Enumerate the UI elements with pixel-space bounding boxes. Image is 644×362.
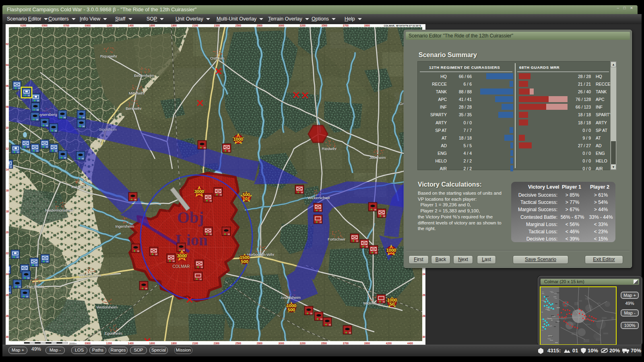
svg-text:Eguisheim: Eguisheim: [105, 331, 122, 335]
svg-text:Andolsheim: Andolsheim: [281, 295, 301, 300]
svg-text:2300: 2300: [214, 24, 220, 27]
svg-text:30: 30: [422, 335, 425, 338]
svg-text:1800: 1800: [171, 342, 177, 345]
svg-text:26: 26: [422, 294, 425, 296]
svg-text:Mittelwihr: Mittelwihr: [129, 91, 145, 95]
svg-text:3000: 3000: [194, 189, 204, 194]
svg-text:H: H: [228, 233, 230, 236]
svg-text:Wickerschwir: Wickerschwir: [308, 195, 330, 200]
svg-text:H: H: [27, 146, 29, 148]
svg-text:3700: 3700: [343, 24, 349, 27]
svg-text:3000: 3000: [177, 253, 187, 258]
svg-text:H: H: [374, 208, 376, 211]
svg-text:0900: 0900: [85, 24, 91, 27]
svg-text:1200: 1200: [107, 24, 113, 27]
svg-text:H: H: [134, 198, 136, 201]
svg-text:1000: 1000: [386, 248, 396, 253]
svg-text:H: H: [210, 233, 212, 236]
svg-text:2800: 2800: [257, 24, 263, 27]
svg-text:H: H: [83, 125, 85, 128]
svg-text:Obj: Obj: [177, 208, 204, 226]
svg-text:4200: 4200: [386, 342, 392, 345]
svg-text:3500: 3500: [322, 24, 328, 27]
svg-text:H: H: [36, 118, 38, 121]
svg-text:2100: 2100: [192, 24, 198, 27]
svg-text:Turckheim: Turckheim: [27, 284, 44, 289]
svg-text:2500: 2500: [235, 24, 242, 27]
svg-text:02: 02: [6, 43, 9, 45]
svg-text:Fortschwir: Fortschwir: [328, 237, 345, 241]
svg-text:H: H: [82, 157, 84, 160]
svg-text:Beblenheim: Beblenheim: [134, 73, 154, 78]
svg-text:10: 10: [6, 126, 9, 129]
svg-text:26: 26: [6, 294, 9, 296]
svg-text:Wintzenheim: Wintzenheim: [79, 273, 101, 278]
svg-text:H: H: [17, 256, 19, 259]
svg-text:H: H: [137, 250, 139, 253]
svg-text:1600: 1600: [149, 24, 155, 27]
svg-text:H: H: [220, 193, 222, 196]
svg-text:0900: 0900: [85, 342, 91, 345]
svg-text:Riquewihr: Riquewihr: [100, 54, 117, 58]
svg-text:H: H: [301, 191, 303, 194]
svg-text:1800: 1800: [171, 24, 177, 27]
svg-text:3700: 3700: [343, 342, 349, 345]
svg-text:H: H: [383, 300, 385, 303]
svg-text:Ostheim: Ostheim: [210, 56, 224, 60]
svg-text:28: 28: [6, 315, 9, 317]
svg-text:1400: 1400: [128, 342, 134, 345]
svg-text:H: H: [83, 116, 85, 119]
svg-text:50: 50: [390, 302, 394, 306]
svg-text:H: H: [8, 291, 10, 294]
svg-text:H: H: [228, 150, 230, 152]
svg-text:H: H: [320, 209, 322, 212]
svg-text:28: 28: [422, 315, 425, 317]
svg-text:H: H: [173, 260, 175, 263]
svg-text:H: H: [17, 151, 19, 154]
svg-text:24: 24: [422, 273, 425, 276]
svg-text:H: H: [55, 150, 57, 152]
svg-text:22: 22: [6, 252, 9, 255]
svg-text:H: H: [19, 286, 21, 288]
svg-text:H: H: [37, 99, 39, 102]
svg-text:Horbourgh-Wihr: Horbourgh-Wihr: [247, 252, 275, 257]
svg-text:H: H: [37, 109, 39, 111]
svg-text:H: H: [383, 215, 385, 218]
svg-text:3900: 3900: [364, 342, 370, 345]
svg-text:COLMAR: COLMAR: [173, 264, 190, 269]
svg-text:04: 04: [6, 64, 9, 66]
svg-text:1000: 1000: [233, 137, 243, 142]
svg-text:Wettolsheim: Wettolsheim: [97, 305, 118, 309]
svg-text:H: H: [28, 94, 30, 97]
svg-text:COLMAR, 48°04'54"N 07°21'20"E: COLMAR, 48°04'54"N 07°21'20"E: [384, 25, 421, 27]
svg-text:H: H: [201, 266, 203, 269]
svg-text:H: H: [36, 150, 38, 152]
svg-text:H: H: [183, 249, 185, 252]
svg-text:2300: 2300: [214, 342, 220, 345]
svg-text:H: H: [46, 124, 48, 127]
svg-text:Katzenthal: Katzenthal: [72, 185, 90, 189]
svg-text:500: 500: [288, 307, 295, 312]
svg-text:2500: 2500: [235, 342, 242, 345]
svg-text:18: 18: [6, 210, 9, 213]
svg-text:500: 500: [241, 259, 248, 264]
svg-text:1200: 1200: [106, 342, 112, 345]
svg-text:H: H: [64, 116, 66, 119]
svg-text:3900: 3900: [364, 24, 370, 27]
svg-text:H: H: [27, 277, 29, 280]
svg-text:30: 30: [6, 335, 9, 338]
svg-text:H: H: [366, 245, 368, 248]
svg-text:Riedwihr: Riedwihr: [322, 146, 337, 151]
svg-text:Bennwihr: Bennwihr: [126, 106, 142, 111]
svg-text:H: H: [18, 87, 20, 90]
svg-text:H: H: [155, 253, 157, 256]
svg-text:2800: 2800: [257, 342, 263, 345]
svg-text:H: H: [145, 287, 147, 290]
svg-text:12: 12: [6, 147, 9, 150]
svg-text:4400: 4400: [407, 342, 413, 345]
svg-text:H: H: [356, 240, 358, 243]
svg-text:0: 0: [245, 196, 248, 201]
svg-text:Sigolsheim: Sigolsheim: [99, 128, 117, 132]
svg-text:24: 24: [6, 273, 9, 276]
svg-text:3000: 3000: [279, 24, 285, 27]
